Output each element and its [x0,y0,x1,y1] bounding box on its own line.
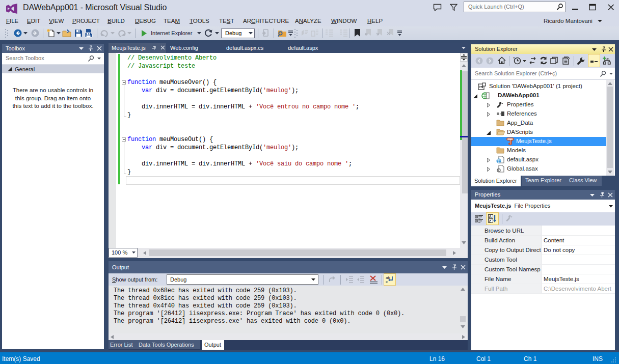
svg-text:T: T [513,57,515,60]
svg-text:c: c [386,279,388,284]
svg-text:Z: Z [489,219,492,223]
